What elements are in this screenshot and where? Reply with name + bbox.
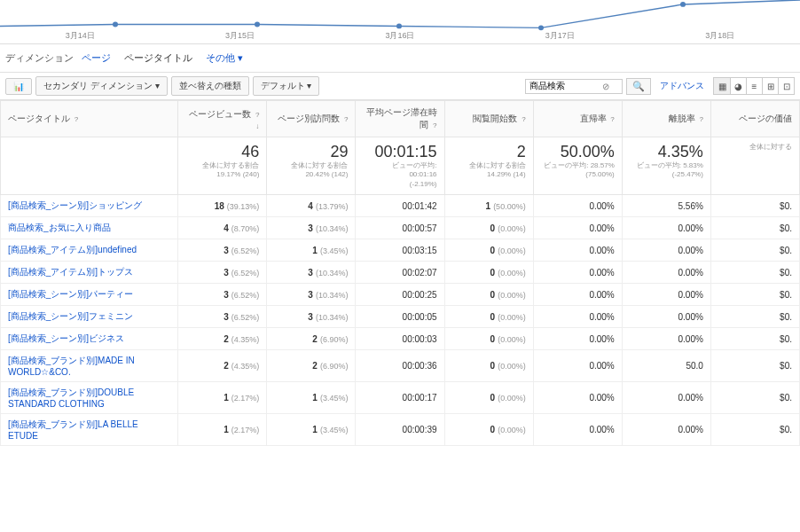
row-title[interactable]: [商品検索_シーン別]フェミニン bbox=[1, 306, 178, 328]
row-time: 00:03:15 bbox=[356, 239, 444, 262]
row-time: 00:00:39 bbox=[356, 414, 444, 446]
row-exit: 0.00% bbox=[622, 284, 710, 306]
view-percentage-button[interactable]: ◕ bbox=[730, 78, 746, 94]
row-unique: 3(10.34%) bbox=[267, 306, 356, 328]
row-pageviews: 3(6.52%) bbox=[178, 306, 267, 328]
col-exit-rate[interactable]: 離脱率 ? bbox=[622, 101, 710, 137]
sort-type-button[interactable]: 並べ替えの種類 bbox=[171, 76, 249, 96]
table-row: [商品検索_シーン別]フェミニン3(6.52%)3(10.34%)00:00:0… bbox=[1, 306, 800, 328]
row-title[interactable]: [商品検索_アイテム別]トップス bbox=[1, 262, 178, 284]
row-entrances: 0(0.00%) bbox=[444, 217, 533, 239]
row-unique: 1(3.45%) bbox=[267, 414, 356, 446]
col-avg-time[interactable]: 平均ページ滞在時間 ? bbox=[356, 101, 444, 137]
chart-tick: 3月17日 bbox=[545, 30, 575, 42]
table-row: 商品検索_お気に入り商品4(8.70%)3(10.34%)00:00:570(0… bbox=[1, 217, 800, 239]
advanced-link[interactable]: アドバンス bbox=[660, 80, 704, 92]
row-pageviews: 3(6.52%) bbox=[178, 284, 267, 306]
view-comparison-button[interactable]: ⊞ bbox=[762, 78, 778, 94]
row-time: 00:00:05 bbox=[356, 306, 444, 328]
row-entrances: 0(0.00%) bbox=[444, 239, 533, 262]
row-title[interactable]: [商品検索_アイテム別]undefined bbox=[1, 239, 178, 262]
row-bounce: 0.00% bbox=[533, 217, 622, 239]
table-row: [商品検索_シーン別]パーティー3(6.52%)3(10.34%)00:00:2… bbox=[1, 284, 800, 306]
row-bounce: 0.00% bbox=[533, 414, 622, 446]
dimension-label: ディメンション bbox=[5, 52, 74, 63]
row-bounce: 0.00% bbox=[533, 262, 622, 284]
chart-tick: 3月15日 bbox=[225, 30, 255, 42]
summary-avg-time: 00:01:15 bbox=[363, 143, 436, 161]
row-title[interactable]: 商品検索_お気に入り商品 bbox=[1, 217, 178, 239]
col-bounce-rate[interactable]: 直帰率 ? bbox=[533, 101, 622, 137]
col-page-title[interactable]: ページタイトル ? bbox=[1, 101, 178, 137]
row-exit: 50.0 bbox=[622, 350, 710, 382]
row-exit: 0.00% bbox=[622, 328, 710, 350]
help-icon: ? bbox=[255, 111, 259, 119]
table-row: [商品検索_ブランド別]DOUBLE STANDARD CLOTHING1(2.… bbox=[1, 382, 800, 414]
view-table-button[interactable]: ▦ bbox=[714, 78, 730, 94]
col-pageviews[interactable]: ページビュー数 ? ↓ bbox=[178, 101, 267, 137]
row-value: $0. bbox=[710, 217, 799, 239]
row-entrances: 0(0.00%) bbox=[444, 350, 533, 382]
row-title[interactable]: [商品検索_ブランド別]LA BELLE ETUDE bbox=[1, 414, 178, 446]
row-unique: 2(6.90%) bbox=[267, 350, 356, 382]
search-button[interactable]: 🔍 bbox=[626, 78, 651, 95]
row-time: 00:01:42 bbox=[356, 195, 444, 217]
dimension-page-link[interactable]: ページ bbox=[82, 52, 111, 63]
view-performance-button[interactable]: ≡ bbox=[746, 78, 762, 94]
row-bounce: 0.00% bbox=[533, 350, 622, 382]
col-page-value[interactable]: ページの価値 bbox=[710, 101, 799, 137]
col-entrances[interactable]: 閲覧開始数 ? bbox=[444, 101, 533, 137]
row-pageviews: 18(39.13%) bbox=[178, 195, 267, 217]
col-unique-pageviews[interactable]: ページ別訪問数 ? bbox=[267, 101, 356, 137]
dimension-page-title[interactable]: ページタイトル bbox=[124, 52, 192, 63]
row-time: 00:00:03 bbox=[356, 328, 444, 350]
help-icon: ? bbox=[75, 115, 78, 123]
row-pageviews: 2(4.35%) bbox=[178, 350, 267, 382]
clear-icon[interactable]: ⊘ bbox=[602, 82, 609, 91]
table-row: [商品検索_ブランド別]MADE IN WORLD☆&CO.2(4.35%)2(… bbox=[1, 350, 800, 382]
row-pageviews: 3(6.52%) bbox=[178, 262, 267, 284]
row-pageviews: 4(8.70%) bbox=[178, 217, 267, 239]
row-pageviews: 1(2.17%) bbox=[178, 414, 267, 446]
search-icon: 🔍 bbox=[632, 81, 645, 91]
row-title[interactable]: [商品検索_シーン別]ショッピング bbox=[1, 195, 178, 217]
chart-tick: 3月14日 bbox=[66, 30, 95, 42]
row-value: $0. bbox=[710, 284, 799, 306]
row-time: 00:00:57 bbox=[356, 217, 444, 239]
summary-bounce: 50.00% bbox=[541, 143, 615, 161]
chart-icon: 📊 bbox=[13, 82, 24, 91]
row-pageviews: 3(6.52%) bbox=[178, 239, 267, 262]
help-icon: ? bbox=[610, 115, 614, 123]
row-entrances: 0(0.00%) bbox=[444, 262, 533, 284]
data-table: ページタイトル ? ページビュー数 ? ↓ ページ別訪問数 ? 平均ページ滞在時… bbox=[0, 100, 800, 446]
row-unique: 2(6.90%) bbox=[267, 328, 356, 350]
row-exit: 0.00% bbox=[622, 217, 710, 239]
row-entrances: 0(0.00%) bbox=[444, 306, 533, 328]
plot-rows-button[interactable]: 📊 bbox=[5, 78, 32, 95]
row-entrances: 0(0.00%) bbox=[444, 328, 533, 350]
view-toggle-group: ▦ ◕ ≡ ⊞ ⊡ bbox=[713, 77, 795, 95]
sort-desc-icon: ↓ bbox=[255, 122, 259, 130]
row-title[interactable]: [商品検索_ブランド別]MADE IN WORLD☆&CO. bbox=[1, 350, 178, 382]
help-icon: ? bbox=[522, 115, 525, 123]
summary-exit: 4.35% bbox=[630, 143, 703, 161]
help-icon: ? bbox=[699, 115, 702, 123]
row-title[interactable]: [商品検索_シーン別]パーティー bbox=[1, 284, 178, 306]
view-pivot-button[interactable]: ⊡ bbox=[778, 78, 794, 94]
row-bounce: 0.00% bbox=[533, 195, 622, 217]
row-exit: 0.00% bbox=[622, 262, 710, 284]
row-bounce: 0.00% bbox=[533, 306, 622, 328]
search-input[interactable] bbox=[529, 82, 600, 91]
table-row: [商品検索_ブランド別]LA BELLE ETUDE1(2.17%)1(3.45… bbox=[1, 414, 800, 446]
summary-value: 全体に対する bbox=[718, 143, 792, 152]
summary-pageviews: 46 bbox=[185, 143, 259, 161]
default-sort-button[interactable]: デフォルト ▾ bbox=[253, 76, 320, 96]
summary-entrances: 2 bbox=[452, 143, 526, 161]
help-icon: ? bbox=[433, 121, 436, 129]
row-title[interactable]: [商品検索_シーン別]ビジネス bbox=[1, 328, 178, 350]
row-unique: 3(10.34%) bbox=[267, 284, 356, 306]
dimension-other-link[interactable]: その他 ▾ bbox=[206, 52, 243, 63]
row-title[interactable]: [商品検索_ブランド別]DOUBLE STANDARD CLOTHING bbox=[1, 382, 178, 414]
secondary-dimension-button[interactable]: セカンダリ ディメンション ▾ bbox=[35, 76, 168, 96]
row-value: $0. bbox=[710, 195, 799, 217]
